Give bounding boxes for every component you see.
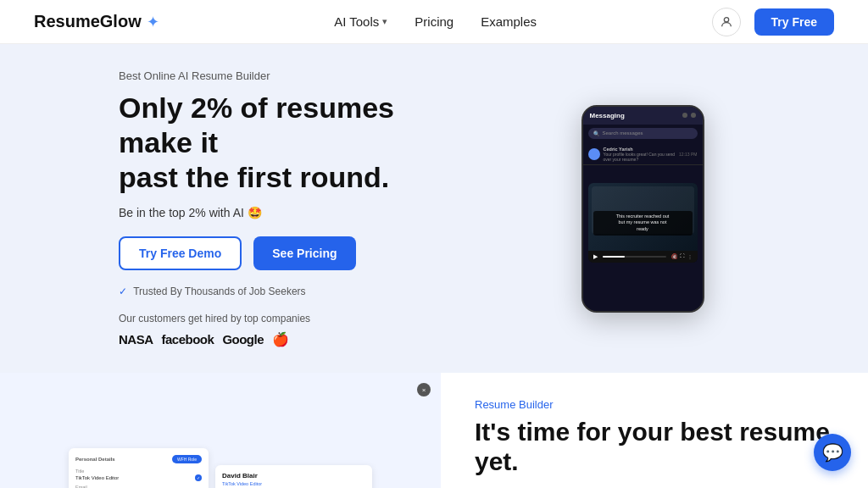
- msg-list: Cedric Yarish Your profile looks great! …: [583, 142, 703, 167]
- check-icon: ✓: [119, 286, 127, 297]
- user-icon[interactable]: [712, 8, 741, 36]
- progress-fill: [603, 256, 625, 258]
- chat-icon: 💬: [822, 442, 843, 463]
- logo-text: ResumeGlow: [34, 12, 142, 31]
- try-free-nav-button[interactable]: Try Free: [754, 8, 834, 36]
- google-logo: Google: [222, 332, 264, 347]
- apple-logo: 🍎: [272, 331, 289, 347]
- resume-job-title: TikTok Video Editor: [222, 481, 365, 486]
- progress-bar: [603, 256, 666, 258]
- bottom-title: It's time for your best resume yet.: [475, 418, 834, 476]
- facebook-logo: facebook: [162, 332, 214, 347]
- messaging-title: Messaging: [590, 112, 625, 119]
- nav-examples[interactable]: Examples: [481, 14, 537, 29]
- hero-tag: Best Online AI Resume Builder: [119, 69, 468, 82]
- resume-cards: Personal Details WFH Role Title TikTok V…: [69, 448, 372, 488]
- rc-check-1: ✓: [195, 474, 202, 481]
- messaging-header: Messaging: [583, 107, 703, 125]
- nav-pricing[interactable]: Pricing: [415, 14, 453, 29]
- hero-subtitle: Be in the top 2% with AI 🤩: [119, 206, 468, 219]
- phone-mockup: Messaging 🔍 Search messages Cedric Yaris…: [581, 105, 704, 313]
- rc-field-1: Title TikTok Video Editor ✓: [75, 469, 202, 481]
- msg-icon-1: [682, 113, 687, 118]
- rc-val-1: TikTok Video Editor: [75, 475, 192, 480]
- phone-screen: Messaging 🔍 Search messages Cedric Yaris…: [583, 107, 703, 311]
- logo[interactable]: ResumeGlow ✦: [34, 12, 159, 31]
- fullscreen-icon[interactable]: ⛶: [680, 253, 685, 259]
- navbar: ResumeGlow ✦ AI Tools ▾ Pricing Examples…: [0, 0, 868, 44]
- msg-icons: [682, 113, 696, 118]
- svg-point-0: [724, 17, 728, 21]
- companies-logos: NASA facebook Google 🍎: [119, 331, 468, 347]
- rc-label-2: Email: [75, 485, 202, 488]
- hero-section: Best Online AI Resume Builder Only 2% of…: [0, 44, 868, 373]
- volume-icon[interactable]: 🔇: [671, 253, 677, 259]
- close-button[interactable]: ×: [417, 383, 431, 396]
- resume-preview-card: David Blair TikTok Video Editor Experien…: [215, 465, 372, 488]
- logo-icon: ✦: [147, 13, 159, 31]
- chevron-down-icon: ▾: [382, 16, 387, 27]
- nav-right: Try Free: [712, 8, 834, 36]
- contact-time: 12:13 PM: [679, 152, 697, 157]
- video-caption: This recruiter reached out but my resume…: [593, 211, 693, 236]
- hero-title: Only 2% of resumes make it past the firs…: [119, 91, 468, 194]
- hero-right: Messaging 🔍 Search messages Cedric Yaris…: [468, 105, 817, 313]
- video-controls: ▶ 🔇 ⛶ ⋮: [588, 251, 698, 263]
- resume-preview: Personal Details WFH Role Title TikTok V…: [0, 373, 441, 488]
- video-overlay: This recruiter reached out but my resume…: [588, 183, 698, 263]
- bottom-section: Personal Details WFH Role Title TikTok V…: [0, 373, 868, 488]
- hero-buttons: Try Free Demo See Pricing: [119, 236, 468, 270]
- resume-name: David Blair: [222, 472, 365, 480]
- trusted-text: ✓ Trusted By Thousands of Job Seekers: [119, 286, 468, 297]
- bottom-right: Resume Builder It's time for your best r…: [441, 373, 868, 488]
- contact-avatar: [588, 148, 600, 160]
- msg-item-1[interactable]: Cedric Yarish Your profile looks great! …: [583, 144, 703, 165]
- more-icon[interactable]: ⋮: [687, 253, 693, 259]
- contact-info: Cedric Yarish Your profile looks great! …: [604, 147, 676, 162]
- chat-bubble[interactable]: 💬: [814, 434, 851, 471]
- try-free-demo-button[interactable]: Try Free Demo: [119, 236, 242, 270]
- msg-search[interactable]: 🔍 Search messages: [588, 128, 698, 139]
- search-icon: 🔍: [593, 130, 599, 136]
- rc-value-row-1: TikTok Video Editor ✓: [75, 474, 202, 481]
- wfh-chip: WFH Role: [172, 455, 202, 463]
- msg-icon-2: [691, 113, 696, 118]
- rc-label-1: Title: [75, 469, 202, 474]
- contact-preview: Your profile looks great! Can you send o…: [604, 152, 676, 162]
- hero-left: Best Online AI Resume Builder Only 2% of…: [119, 69, 468, 347]
- companies-label: Our customers get hired by top companies: [119, 313, 468, 324]
- video-frame: This recruiter reached out but my resume…: [588, 183, 698, 251]
- rc-section-title: Personal Details: [75, 457, 115, 462]
- resume-editor-card: Personal Details WFH Role Title TikTok V…: [69, 448, 209, 488]
- nav-ai-tools[interactable]: AI Tools ▾: [334, 14, 387, 29]
- resume-builder-tag: Resume Builder: [475, 398, 834, 411]
- play-icon[interactable]: ▶: [593, 253, 598, 260]
- search-placeholder: Search messages: [603, 130, 643, 136]
- vc-icons: 🔇 ⛶ ⋮: [671, 253, 693, 259]
- nasa-logo: NASA: [119, 332, 153, 347]
- nav-links: AI Tools ▾ Pricing Examples: [334, 14, 537, 29]
- rc-header: Personal Details WFH Role: [75, 455, 202, 463]
- rc-field-2: Email david.blair@gmail.com ✓: [75, 485, 202, 488]
- see-pricing-button[interactable]: See Pricing: [253, 236, 355, 270]
